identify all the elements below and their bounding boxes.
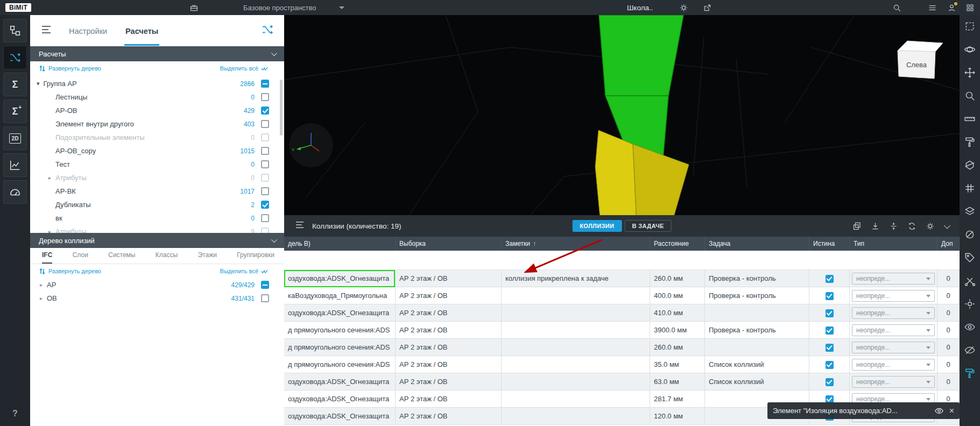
collision-check-icon[interactable] [3,46,27,69]
tree-item-checkbox[interactable] [261,174,269,182]
truth-checkbox[interactable] [826,309,834,317]
collision-row[interactable]: оздуховода:ADSK_Огнезащита АР 2 этаж / О… [284,304,960,322]
close-icon[interactable]: × [949,407,954,415]
tree-item-checkbox[interactable] [261,120,269,128]
column-type[interactable]: Тип [850,237,937,251]
tree-item-checkbox[interactable] [261,281,269,289]
menu-icon[interactable] [928,0,937,15]
collision-tree-tab[interactable]: Этажи [198,251,216,264]
collision-tree-item[interactable]: ▸ ОВ 431/431 [30,292,284,305]
collision-row[interactable]: каВоздуховода_Прямоугольна АР 2 этаж / О… [284,287,960,304]
calc-tree-item[interactable]: ▸ Дубликаты 2 [30,198,284,211]
calc-tree-item[interactable]: ▸ Тест 0 [30,158,284,171]
collision-tree-tab[interactable]: Системы [108,251,135,264]
collision-row[interactable]: оздуховода:ADSK_Огнезащита АР 2 этаж / О… [284,373,960,390]
tree-item-checkbox[interactable] [261,187,269,195]
type-dropdown[interactable]: неопреде... [852,342,935,353]
column-truth[interactable]: Истина [809,237,850,251]
briefcase-icon[interactable] [189,0,199,15]
help-icon[interactable]: ? [12,409,18,418]
focus-icon[interactable] [964,298,976,310]
calculations-section-header[interactable]: Расчеты [30,46,284,61]
calc-tree-item[interactable]: ▸ Атрибуты 9 [30,225,284,233]
collision-tree-section-header[interactable]: Дерево коллизий [30,233,284,248]
collision-row[interactable]: д прямоугольного сечения:ADS АР 2 этаж /… [284,356,960,373]
truth-checkbox[interactable] [826,292,834,300]
tab-settings[interactable]: Настройки [68,16,108,46]
tree-item-checkbox[interactable] [261,160,269,168]
sum-add-icon[interactable]: Σ + [3,100,27,123]
calc-tree-item[interactable]: ▸ Подозрительные элементы 0 [30,131,284,144]
column-task[interactable]: Задача [705,237,809,251]
select-area-icon[interactable] [964,20,976,32]
type-dropdown[interactable]: неопреде... [852,376,935,388]
duplicate-icon[interactable] [852,222,862,231]
layers-icon[interactable] [964,205,976,217]
menu-icon[interactable] [41,25,52,36]
collisions-mode-button[interactable]: КОЛЛИЗИИ [572,220,622,232]
visibility-icon[interactable] [964,321,976,333]
caret-down-icon[interactable] [339,0,344,15]
dashboard-icon[interactable] [3,180,27,204]
view-cube[interactable]: Слева [891,37,945,83]
type-dropdown[interactable]: неопреде... [852,307,935,319]
truth-checkbox[interactable] [826,275,834,283]
collapse-icon[interactable] [944,222,951,229]
calc-tree-root[interactable]: ▾ Группа АР 2866 [30,77,284,90]
pan-icon[interactable] [964,67,976,79]
column-model-b[interactable]: дель B) [284,237,396,251]
calc-tree-item[interactable]: ▸ АР-ОВ_copy 1015 [30,144,284,158]
expand-arrow-icon[interactable]: ▸ [40,282,47,288]
menu-icon[interactable] [295,221,305,231]
workspace-selector[interactable]: Базовое пространство [243,0,316,15]
paint-active-icon[interactable] [964,367,976,379]
hide-icon[interactable] [964,344,976,356]
calc-tree-item[interactable]: ▸ Лестницы 0 [30,90,284,104]
tree-item-checkbox[interactable] [261,80,269,88]
orbit-icon[interactable] [964,44,976,55]
collapse-arrow-icon[interactable]: ▾ [37,80,40,87]
tree-item-checkbox[interactable] [261,228,269,233]
share-icon[interactable] [703,0,712,15]
apps-icon[interactable] [965,0,975,15]
calc-tree-item[interactable]: ▸ Элемент внутри другого 403 [30,117,284,131]
collision-row[interactable]: д прямоугольного сечения:ADS АР 2 этаж /… [284,339,960,356]
truth-checkbox[interactable] [826,344,834,352]
column-distance[interactable]: Расстояние [650,237,705,251]
diameter-icon[interactable] [964,229,976,240]
type-dropdown[interactable]: неопреде... [852,324,935,336]
tag-icon[interactable] [964,252,976,264]
model-tree-icon[interactable] [3,19,27,42]
tree-item-checkbox[interactable] [261,214,269,222]
cut-icon[interactable] [964,275,976,287]
account-icon[interactable] [947,0,956,15]
tree-item-checkbox[interactable] [261,93,269,101]
reports-icon[interactable] [3,153,27,177]
calc-tree-item[interactable]: ▸ вк 0 [30,211,284,225]
type-dropdown[interactable]: неопреде... [852,273,935,285]
collision-link-icon[interactable] [262,24,273,38]
tree-item-checkbox[interactable] [261,133,269,141]
settings-icon[interactable] [679,0,688,15]
truth-checkbox[interactable] [826,378,834,386]
settings-icon[interactable] [926,222,935,231]
calc-tree-item[interactable]: ▸ Атрибуты 0 [30,171,284,184]
zoom-icon[interactable] [964,90,976,102]
type-dropdown[interactable]: неопреде... [852,359,935,371]
in-task-mode-button[interactable]: В ЗАДАЧЕ [624,220,671,232]
expand-tree-link[interactable]: Развернуть дерево [39,268,101,275]
column-extra[interactable]: Доп [937,237,960,251]
tree-item-checkbox[interactable] [261,294,269,302]
column-notes[interactable]: Заметки ↑ [502,237,650,251]
tree-scrollbar[interactable] [280,80,283,136]
visibility-icon[interactable] [934,406,944,416]
ruler-icon[interactable] [964,113,976,125]
collision-tree-tab[interactable]: Слои [73,251,88,264]
tree-item-checkbox[interactable] [261,147,269,155]
expand-tree-link[interactable]: Развернуть дерево [39,65,101,72]
refresh-icon[interactable] [907,222,916,231]
paint-roller-icon[interactable] [964,136,976,148]
section-box-icon[interactable] [964,159,976,171]
column-selection[interactable]: Выборка [396,237,502,251]
search-icon[interactable] [892,0,901,15]
